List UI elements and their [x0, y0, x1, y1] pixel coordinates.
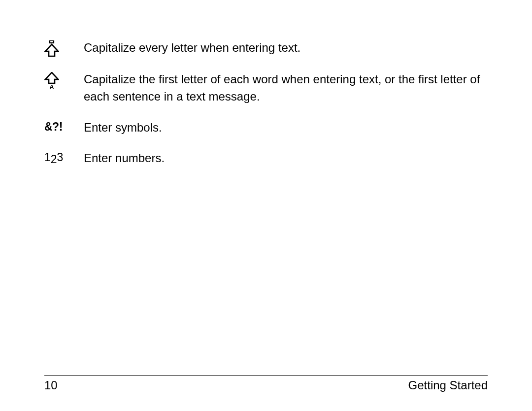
legend-row-symbols: &?! Enter symbols.	[44, 119, 488, 137]
footer-line: 10 Getting Started	[44, 378, 488, 392]
legend-row-numbers: 123 Enter numbers.	[44, 150, 488, 167]
document-page: Capitalize every letter when entering te…	[0, 0, 532, 411]
caps-lock-icon	[44, 39, 84, 57]
page-footer: 10 Getting Started	[44, 375, 488, 392]
svg-marker-1	[45, 44, 58, 56]
numbers-icon-label: 123	[44, 151, 63, 164]
shift-icon: A	[44, 71, 84, 90]
svg-rect-0	[50, 40, 54, 43]
legend-row-shift: A Capitalize the first letter of each wo…	[44, 71, 488, 105]
numbers-icon: 123	[44, 150, 84, 164]
symbols-description: Enter symbols.	[84, 119, 488, 137]
numbers-description: Enter numbers.	[84, 150, 488, 167]
section-title: Getting Started	[408, 378, 488, 392]
svg-marker-2	[45, 72, 58, 83]
legend-row-caps-lock: Capitalize every letter when entering te…	[44, 39, 488, 57]
footer-rule	[44, 375, 488, 376]
shift-description: Capitalize the first letter of each word…	[84, 71, 488, 105]
page-number: 10	[44, 378, 58, 392]
svg-text:A: A	[49, 83, 54, 90]
caps-lock-description: Capitalize every letter when entering te…	[84, 39, 488, 57]
symbols-icon: &?!	[44, 119, 84, 134]
symbols-icon-label: &?!	[44, 120, 63, 134]
